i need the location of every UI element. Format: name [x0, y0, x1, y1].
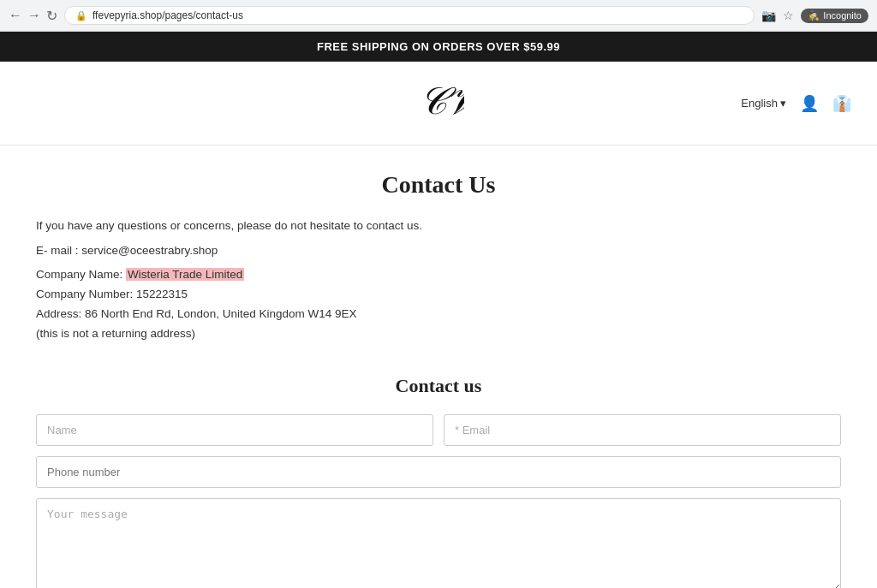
company-name-label: Company Name:	[36, 268, 122, 281]
message-textarea[interactable]	[36, 498, 841, 588]
company-number-line: Company Number: 15222315	[36, 285, 841, 305]
browser-toolbar: ← → ↻ 🔒 ffevepyria.shop/pages/contact-us…	[0, 0, 877, 31]
contact-form-section: Contact us	[36, 375, 841, 588]
company-name-line: Company Name: Wisteria Trade Limited	[36, 265, 841, 285]
back-icon[interactable]: ←	[9, 8, 22, 23]
form-row-name-email	[36, 414, 841, 446]
page-title: Contact Us	[36, 171, 841, 199]
company-details: Company Name: Wisteria Trade Limited Com…	[36, 265, 841, 344]
announcement-text: FREE SHIPPING ON ORDERS OVER $59.99	[317, 40, 560, 53]
address-line: Address: 86 North End Rd, London, United…	[36, 305, 841, 324]
phone-input[interactable]	[36, 456, 841, 488]
language-selector[interactable]: English ▾	[741, 97, 786, 110]
user-account-icon[interactable]: 👤	[800, 94, 819, 113]
address-note: (this is not a returning address)	[36, 324, 841, 344]
refresh-icon[interactable]: ↻	[46, 8, 57, 24]
header-center: 𝒞𝒱	[301, 75, 576, 131]
cast-icon[interactable]: 📷	[761, 9, 776, 22]
address-bar[interactable]: 🔒 ffevepyria.shop/pages/contact-us	[64, 6, 755, 25]
company-name-value: Wisteria Trade Limited	[126, 268, 244, 281]
cart-icon[interactable]: 👔	[832, 94, 851, 113]
contact-form	[36, 414, 841, 588]
email-input[interactable]	[444, 414, 841, 446]
browser-chrome: ← → ↻ 🔒 ffevepyria.shop/pages/contact-us…	[0, 0, 877, 32]
svg-text:𝒞𝒱: 𝒞𝒱	[417, 80, 464, 122]
site-header: 𝒞𝒱 English ▾ 👤 👔	[0, 62, 877, 146]
logo-svg: 𝒞𝒱	[413, 75, 464, 122]
incognito-label: Incognito	[823, 10, 862, 21]
incognito-badge: 🕵 Incognito	[801, 9, 868, 23]
browser-right-icons: 📷 ☆ 🕵 Incognito	[761, 9, 868, 23]
chevron-down-icon: ▾	[780, 97, 786, 110]
lock-icon: 🔒	[75, 10, 87, 21]
main-content: Contact Us If you have any questions or …	[19, 146, 858, 588]
incognito-icon: 🕵	[808, 10, 820, 21]
email-line: E- mail : service@oceestrabry.shop	[36, 244, 841, 257]
browser-nav-icons: ← → ↻	[9, 8, 57, 24]
form-title: Contact us	[36, 375, 841, 397]
lang-label: English	[741, 97, 778, 110]
announcement-bar: FREE SHIPPING ON ORDERS OVER $59.99	[0, 32, 877, 62]
name-input[interactable]	[36, 414, 433, 446]
header-right: English ▾ 👤 👔	[576, 94, 851, 113]
contact-info-section: If you have any questions or concerns, p…	[36, 219, 841, 344]
contact-intro: If you have any questions or concerns, p…	[36, 219, 841, 232]
url-text: ffevepyria.shop/pages/contact-us	[92, 9, 243, 21]
site-logo[interactable]: 𝒞𝒱	[301, 75, 576, 131]
star-icon[interactable]: ☆	[783, 9, 794, 22]
forward-icon[interactable]: →	[27, 8, 41, 23]
